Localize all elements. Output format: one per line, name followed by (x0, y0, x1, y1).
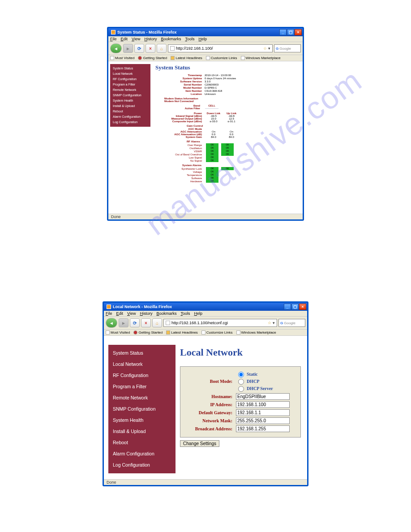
menu-history[interactable]: History (144, 37, 157, 41)
radio-dhcp[interactable]: DHCP (236, 378, 295, 385)
bm-windows-marketplace[interactable]: Windows Marketplace (241, 56, 281, 60)
sidebar-item-log-configuration[interactable]: Log Configuration (110, 120, 150, 124)
url-dropdown-icon[interactable]: ▾ (268, 46, 270, 51)
maximize-button[interactable]: ▢ (287, 29, 294, 35)
minimize-button[interactable]: _ (279, 29, 287, 35)
radio-static[interactable]: Static (236, 370, 295, 378)
alarm-status: OK (221, 153, 234, 156)
close-button[interactable]: × (295, 29, 302, 35)
search-placeholder: Google (279, 47, 291, 51)
active-filter-label: Active Filter (155, 107, 203, 110)
alarm-status: OK (221, 150, 234, 153)
close-button[interactable]: × (299, 304, 306, 310)
page-icon (241, 56, 245, 60)
reload-button[interactable]: ⟳ (130, 318, 140, 327)
bm-getting-started[interactable]: Getting Started (133, 330, 163, 335)
menu-bookmarks[interactable]: Bookmarks (156, 311, 176, 316)
url-bar[interactable]: http://192.168.1.100/ ☆ ▾ (168, 44, 273, 52)
field-input[interactable] (236, 393, 290, 400)
menu-bookmarks[interactable]: Bookmarks (161, 37, 181, 41)
sidebar-item-rf-configuration[interactable]: RF Configuration (110, 77, 150, 82)
search-box[interactable]: Google (274, 44, 301, 52)
sidebar-item-rf-configuration[interactable]: RF Configuration (108, 370, 176, 381)
field-input[interactable] (236, 409, 290, 416)
field-input[interactable] (236, 425, 290, 432)
sidebar-item-system-health[interactable]: System Health (110, 98, 150, 103)
alarm-label: No Signal (157, 159, 205, 162)
sidebar-item-snmp-configuration[interactable]: SNMP Configuration (108, 403, 176, 414)
bm-latest-headlines[interactable]: Latest Headlines (166, 330, 198, 335)
stop-button[interactable]: × (146, 44, 155, 53)
sidebar-item-system-status[interactable]: System Status (110, 66, 150, 71)
menu-edit[interactable]: Edit (121, 37, 128, 41)
field-label: IP Address: (186, 402, 236, 407)
sidebar-item-log-configuration[interactable]: Log Configuration (108, 459, 176, 470)
sidebar-item-program-filter[interactable]: Program a Filter (108, 381, 176, 392)
menu-view[interactable]: View (132, 37, 140, 41)
menu-tools[interactable]: Tools (180, 311, 190, 316)
bm-customize-links[interactable]: Customize Links (201, 330, 233, 335)
sidebar-item-reboot[interactable]: Reboot (110, 109, 150, 114)
radio-dhcp-server[interactable]: DHCP Server (236, 385, 295, 392)
menu-edit[interactable]: Edit (116, 311, 124, 316)
bm-most-visited[interactable]: Most Visited (110, 56, 134, 60)
alarm-label: Temperature (157, 174, 205, 176)
url-dropdown-icon[interactable]: ▾ (273, 321, 275, 325)
sidebar-item-snmp-configuration[interactable]: SNMP Configuration (110, 93, 150, 98)
sidebar-item-local-network[interactable]: Local Network (108, 359, 176, 369)
bm-latest-headlines[interactable]: Latest Headlines (171, 56, 202, 60)
forward-button[interactable]: ► (123, 44, 133, 53)
field-label: Default Gateway: (186, 410, 236, 415)
bm-getting-started[interactable]: Getting Started (138, 56, 167, 60)
search-box[interactable]: Google (278, 319, 305, 327)
url-bar[interactable]: http://192.168.1.100/netconf.cgi ☆ ▾ (163, 319, 277, 327)
sidebar-item-local-network[interactable]: Local Network (110, 71, 150, 76)
stop-button[interactable]: × (141, 318, 151, 327)
firefox-window-system-status: System Status - Mozilla Firefox _ ▢ × Fi… (107, 27, 304, 221)
sidebar-item-system-status[interactable]: System Status (108, 348, 176, 358)
back-button[interactable]: ◄ (110, 43, 122, 53)
boot-mode-label: Boot Mode: (186, 379, 236, 384)
field-input[interactable] (236, 401, 290, 408)
info-label: Item Number (155, 90, 205, 92)
menu-help[interactable]: Help (198, 37, 207, 41)
window-title: System Status - Mozilla Firefox (117, 30, 279, 34)
sidebar-item-install-upload[interactable]: Install & Upload (108, 426, 176, 437)
url-text: http://192.168.1.100/ (176, 46, 213, 51)
sidebar-item-remote-network[interactable]: Remote Network (110, 87, 150, 92)
menu-file[interactable]: File (106, 311, 112, 316)
forward-button[interactable]: ► (119, 318, 128, 327)
menu-tools[interactable]: Tools (185, 37, 194, 41)
bm-customize-links[interactable]: Customize Links (206, 56, 237, 60)
sidebar-item-alarm-configuration[interactable]: Alarm Configuration (108, 448, 176, 459)
sidebar-item-reboot[interactable]: Reboot (108, 437, 176, 448)
window-title: Local Network - Mozilla Firefox (113, 305, 283, 309)
sidebar-item-install-upload[interactable]: Install & Upload (110, 103, 150, 108)
sidebar-item-system-health[interactable]: System Health (108, 415, 176, 425)
home-button[interactable]: ⌂ (157, 44, 167, 53)
sidebar-item-alarm-configuration[interactable]: Alarm Configuration (110, 114, 150, 119)
change-settings-button[interactable]: Change Settings (180, 440, 219, 447)
sidebar-item-program-filter[interactable]: Program a Filter (110, 82, 150, 87)
alarm-label: Out of Band Overdrive (157, 153, 205, 156)
sidebar-item-remote-network[interactable]: Remote Network (108, 392, 176, 403)
minimize-button[interactable]: _ (284, 304, 291, 310)
field-input[interactable] (236, 417, 290, 424)
menu-file[interactable]: File (110, 37, 117, 41)
gain-row-label: System Gain (157, 136, 205, 138)
menu-bar: File Edit View History Bookmarks Tools H… (104, 311, 307, 317)
bookmark-star-icon[interactable]: ☆ (268, 321, 271, 325)
menu-history[interactable]: History (140, 311, 152, 316)
home-button[interactable]: ⌂ (152, 318, 162, 327)
alarm-status: OK (206, 173, 218, 176)
reload-button[interactable]: ⟳ (134, 44, 144, 53)
back-button[interactable]: ◄ (106, 318, 117, 328)
bm-windows-marketplace[interactable]: Windows Marketplace (236, 330, 276, 335)
bm-most-visited[interactable]: Most Visited (106, 330, 130, 335)
menu-help[interactable]: Help (194, 311, 202, 316)
menu-view[interactable]: View (127, 311, 136, 316)
bookmark-star-icon[interactable]: ☆ (263, 46, 267, 51)
alarm-label: Synthesizer Lock (157, 167, 205, 170)
maximize-button[interactable]: ▢ (291, 304, 299, 310)
alarm-label: Voltage (157, 171, 205, 173)
